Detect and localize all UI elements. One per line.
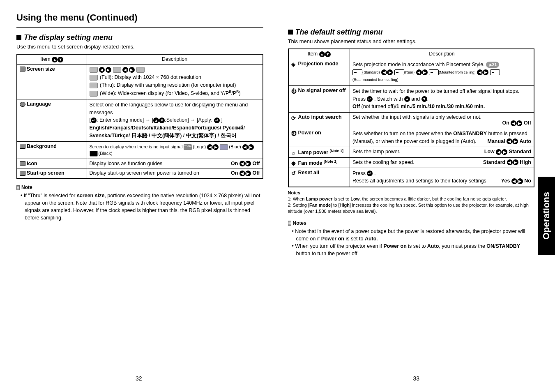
nosignal-label: No signal power off (298, 88, 346, 93)
left-section-title: The display setting menu (16, 33, 263, 42)
startup-icon (20, 171, 25, 176)
th-item: Item ▲▼ (17, 54, 87, 64)
fan-icon: ❋ (291, 161, 297, 166)
nosignal-icon: ⏻ (291, 88, 297, 93)
lamp-icon: ☼ (291, 150, 297, 155)
fan-high: High (520, 159, 531, 165)
left-icon: ◀ (381, 69, 387, 75)
startup-desc: Display start-up screen when power is tu… (90, 170, 200, 176)
lamp-note: [Note 1] (330, 149, 344, 153)
note-heading: Note (16, 184, 263, 190)
poweron-l1a: Sets whether to turn on the power when t… (352, 131, 453, 136)
lamp-desc: Sets the lamp power. (352, 149, 401, 154)
lamp-standard: Standard (509, 149, 531, 154)
up-icon: ▲ (404, 96, 410, 102)
lang-l3: English/Français/Deutsch/Italiano/Españo… (90, 125, 245, 131)
wide-icon (136, 67, 145, 73)
row-fan: ❋Fan mode [Note 2] Sets the cooling fan … (288, 157, 534, 168)
page-number-right: 33 (413, 375, 419, 382)
right-section-title: The default setting menu (288, 28, 535, 37)
screen-size-label: Screen size (27, 66, 55, 72)
proj-standard: (Standard) (362, 71, 380, 74)
bullet-note-1: • Note that in the event of a power outa… (292, 228, 535, 242)
enter-icon: ↵ (367, 171, 373, 176)
lamp-low: Low (484, 149, 495, 154)
black-icon (90, 151, 98, 157)
reset-label: Reset all (298, 170, 319, 175)
proj-rear: (Rear) (404, 71, 415, 74)
right-icon: ▶ (106, 67, 111, 73)
full-icon (90, 67, 98, 73)
autoinput-off: Off (524, 120, 531, 126)
icon-off: Off (252, 161, 260, 166)
right-icon: ▶ (129, 67, 135, 73)
row-lamp: ☼Lamp power [Note 1] Sets the lamp power… (288, 147, 534, 157)
autoinput-on: On (502, 120, 509, 126)
row-startup: Start-up screen Display start-up screen … (17, 168, 263, 178)
th-desc: Description (87, 54, 263, 64)
display-setting-table: Item ▲▼ Description Screen size ◀▶ ◀▶ (F… (16, 54, 263, 179)
nosignal-l1: Set the timer to wait for the power to b… (352, 88, 519, 94)
startup-on: On (231, 170, 238, 176)
footer: 32 33 (0, 375, 555, 382)
left-icon: ◀ (511, 120, 516, 126)
bg-black: (Black) (99, 151, 113, 156)
logo-icon: TOSHIBA (184, 144, 192, 150)
icon-on: On (231, 161, 238, 166)
right-icon: ▶ (513, 159, 518, 165)
poweron-label: Power on (298, 130, 321, 136)
icon-icon (20, 161, 25, 166)
thru-icon (113, 67, 121, 73)
right-icon: ▶ (502, 149, 507, 155)
projection-desc: Sets projection mode in accordance with … (352, 62, 485, 67)
startup-label: Start-up screen (27, 170, 64, 176)
projection-label: Projection mode (298, 61, 339, 67)
lamp-label: Lamp power (298, 150, 329, 156)
right-icon: ▶ (517, 178, 523, 184)
reset-icon: ↺ (291, 170, 297, 175)
display-setting-title: The display setting menu (24, 33, 113, 42)
lang-l4: Svenska/Türkçe/ 日本語 / 中文(簡体字) / 中文(繁体字) … (90, 133, 237, 138)
autoinput-label: Auto input search (298, 114, 342, 120)
projection-icon: ◈ (291, 61, 297, 66)
left-icon: ◀ (507, 138, 512, 144)
bullet-note-2: • When you turn off the projector even i… (292, 242, 535, 257)
row-nosignal: ⏻No signal power off Set the timer to wa… (288, 85, 534, 112)
row-icon: Icon Display icons as function guides On… (17, 159, 263, 168)
enter-icon: ↵ (91, 118, 97, 123)
nosignal-times: 1 min./5 min./10 min./30 min./60 min. (396, 104, 485, 109)
row-screen-size: Screen size ◀▶ ◀▶ (Full): Display with 1… (17, 64, 263, 99)
down-icon: ▼ (159, 118, 165, 123)
poweron-icon: ⏼ (291, 131, 297, 136)
row-language: Language Select one of the languages bel… (17, 99, 263, 141)
enter-icon: ↵ (367, 96, 373, 102)
fan-desc: Sets the cooling fan speed. (352, 159, 415, 165)
fan-label: Fan mode (298, 160, 322, 166)
up-icon: ▲ (319, 51, 325, 57)
right-icon: ▶ (422, 69, 428, 75)
blue-icon (220, 144, 228, 150)
right-icon: ▶ (516, 120, 522, 126)
left-icon: ◀ (477, 69, 483, 75)
row-reset: ↺Reset all Press ↵ . Resets all adjustme… (288, 168, 534, 187)
reset-l1b: . (373, 171, 375, 176)
right-icon: ▶ (213, 144, 219, 150)
page-ref-pill: p.21 (486, 62, 499, 68)
nosignal-l2b: . Switch with (373, 96, 404, 102)
nosignal-l3b: (not turned off)/ (360, 104, 396, 109)
page-number-left: 32 (136, 375, 142, 382)
up-icon: ▲ (52, 57, 58, 62)
row-background: Background Screen to display when there … (17, 141, 263, 159)
left-icon: ◀ (240, 161, 245, 166)
full-desc: (Full): Display with 1024 × 768 dot reso… (99, 74, 201, 80)
standard-icon (352, 69, 362, 75)
nosignal-l2a: Press (352, 96, 367, 102)
startup-off: Off (252, 170, 260, 176)
down-icon: ▼ (325, 51, 331, 57)
autoinput-desc: Set whether the input with signals is on… (352, 114, 481, 120)
default-setting-title: The default setting menu (295, 28, 383, 36)
note-1: • If "Thru" is selected for screen size,… (21, 192, 263, 222)
proj-ceiling: (Mounted from ceiling) (439, 71, 476, 74)
lang-l1: Select one of the languages below to use… (90, 102, 248, 115)
thru-icon (90, 83, 98, 88)
